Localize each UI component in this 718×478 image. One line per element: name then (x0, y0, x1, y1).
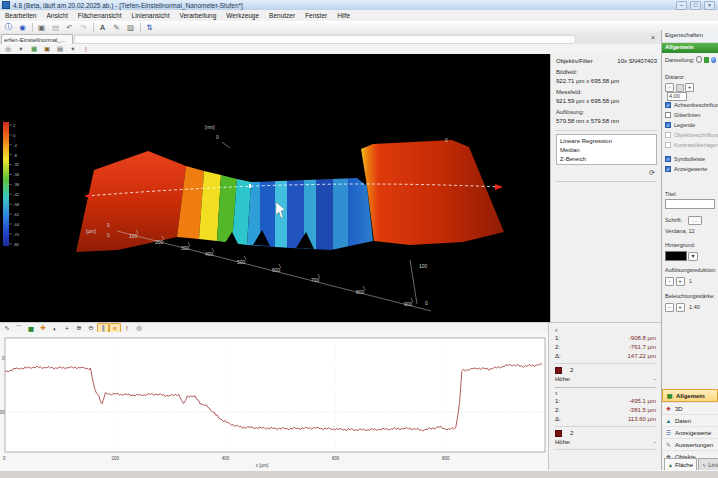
beleuchtung-minus-button[interactable]: - (665, 303, 674, 312)
refresh-button[interactable]: ⟳ (647, 168, 657, 177)
operations-listbox[interactable]: Lineare RegressionMedianZ-Bereich (556, 134, 657, 165)
view-tab-label: Linien (708, 462, 718, 468)
section-header-allgemein: Allgemein (662, 43, 718, 53)
aufloesung-minus-button[interactable]: - (665, 277, 674, 286)
minimize-button[interactable]: – (676, 1, 687, 10)
redo-icon[interactable]: ↷ (77, 21, 90, 33)
undo-icon[interactable]: ↶ (63, 21, 76, 33)
3d-icon: ❖ (665, 405, 672, 412)
hintergrund-label: Hintergrund: (665, 242, 716, 248)
daten-icon: ▲ (665, 418, 672, 424)
image-icon[interactable]: ▣ (41, 44, 53, 55)
checkbox-symbolleiste[interactable]: ✓ (665, 156, 671, 162)
menu-item-benutzer[interactable]: Benutzer (264, 12, 300, 19)
beleuchtung-plus-button[interactable]: + (676, 303, 685, 312)
cursor-group-header: x (555, 390, 656, 396)
menu-item-ansicht[interactable]: Ansicht (41, 12, 72, 19)
x-axis-title: x [µm] (256, 463, 268, 468)
surface-3d-view[interactable]: 20-4-8-32-36-38-42-58-62-64-70-80 100200… (0, 54, 550, 322)
text-icon[interactable]: A (96, 21, 109, 33)
render-mode-radio[interactable] (696, 56, 702, 63)
dropdown2-icon[interactable]: ▾ (67, 44, 79, 55)
close-button[interactable]: × (704, 1, 715, 10)
checkbox-achsenbeschriftung[interactable]: ✓ (665, 102, 671, 108)
bottom-tab-strip: ▲Fläche∿Linien (662, 458, 718, 470)
tab-close-button[interactable]: × (648, 33, 658, 43)
render-mode-solid-icon[interactable] (704, 57, 709, 63)
distanz-minus-button[interactable]: - (665, 83, 674, 92)
view-tab-linien[interactable]: ∿Linien (698, 458, 718, 470)
background-dropdown-button[interactable]: ▾ (688, 252, 698, 261)
category-button-auswertungen[interactable]: ✎Auswertungen (662, 438, 718, 450)
profile-chart[interactable]: 02004006008000-500 x [µm] (0, 332, 548, 470)
menu-item-flächenansicht[interactable]: Flächenansicht (73, 12, 127, 19)
aufloesung-plus-button[interactable]: + (676, 277, 685, 286)
darstellung-label: Darstellung: (665, 57, 694, 63)
maximize-button[interactable]: □ (690, 1, 701, 10)
menu-item-hilfe[interactable]: Hilfe (332, 12, 355, 19)
z-axis-zero-label: 0 (216, 134, 219, 140)
category-button-anzeigewerte[interactable]: ☰Anzeigewerte (662, 426, 718, 438)
sort-icon[interactable]: ⇅ (143, 21, 156, 33)
checkbox-kontrastüberlagerung[interactable] (665, 142, 671, 148)
render-mode-sphere-icon[interactable] (711, 57, 716, 63)
cut-line-handle[interactable] (249, 184, 251, 188)
checkbox-label: Kontrastüberlagerung (674, 142, 718, 148)
info-icon[interactable]: ⓘ (2, 21, 15, 33)
checkbox-row-symbolleiste: ✓Symbolleiste (665, 155, 705, 163)
dropdown-icon[interactable]: ▾ (15, 44, 27, 55)
checkbox-legende[interactable]: ✓ (665, 122, 671, 128)
operation-item[interactable]: Lineare Regression (557, 136, 656, 145)
profile-x-tick-label: 400 (222, 456, 230, 461)
globe-icon[interactable]: ◉ (16, 21, 29, 33)
distanz-plus-button[interactable]: + (685, 83, 694, 92)
background-color-swatch[interactable] (665, 251, 687, 261)
cursor-value-row: Δ:113.60 µm (555, 415, 656, 424)
paste-icon[interactable]: ▤ (49, 21, 62, 33)
menu-item-verarbeitung[interactable]: Verarbeitung (174, 12, 221, 19)
colormap-icon[interactable]: ▦ (28, 44, 40, 55)
scale-icon[interactable]: ▤ (54, 44, 66, 55)
legend-tick-label: -62 (13, 212, 20, 217)
checkbox-row-achsenbeschriftung: ✓Achsenbeschriftung (665, 101, 718, 109)
measurement-info-fields: Bildfeld:922.71 µm x 695.58 µmMessfeld:9… (556, 69, 657, 124)
report-icon[interactable]: ▥ (124, 21, 137, 33)
series-index: 2 (570, 429, 573, 438)
view-tab-fläche[interactable]: ▲Fläche (664, 458, 697, 470)
cursor-label: 1: (555, 334, 560, 343)
checkbox-gitterlinien[interactable] (665, 112, 671, 118)
cursor-label: 2: (555, 406, 560, 415)
height-row: Höhe:- (555, 375, 656, 384)
font-picker-button[interactable]: … (688, 216, 702, 225)
checkbox-anzeigewerte[interactable]: ✓ (665, 166, 671, 172)
category-button-label: Daten (675, 418, 691, 424)
copy-icon[interactable]: ▣ (35, 21, 48, 33)
zoom-tool-icon[interactable]: ◎ (2, 44, 14, 55)
category-buttons: ▦Allgemein❖3D▲Daten☰Anzeigewerte✎Auswert… (662, 389, 718, 462)
distanz-value[interactable]: 4.00 (667, 92, 687, 101)
category-button-label: Allgemein (676, 393, 705, 399)
menu-item-werkzeuge[interactable]: Werkzeuge (221, 12, 264, 19)
menu-item-linienansicht[interactable]: Linienansicht (127, 12, 175, 19)
annotate-icon[interactable]: ✎ (110, 21, 123, 33)
pin-icon[interactable]: ! (80, 44, 92, 55)
menu-item-bearbeiten[interactable]: Bearbeiten (0, 12, 41, 19)
operation-item[interactable]: Median (557, 145, 656, 154)
info-field-label: Bildfeld: (556, 69, 657, 75)
info-field-label: Messfeld: (556, 89, 657, 95)
checkbox-objektbeschriftung[interactable] (665, 132, 671, 138)
xy-axis-unit-label: [µm] (86, 228, 96, 234)
distanz-slider[interactable] (676, 84, 684, 92)
plot-area[interactable] (5, 338, 545, 452)
titel-input[interactable] (665, 199, 715, 209)
category-button-daten[interactable]: ▲Daten (662, 414, 718, 426)
menu-item-fenster[interactable]: Fenster (300, 12, 332, 19)
profile-x-tick-label: 800 (442, 456, 450, 461)
category-button-allgemein[interactable]: ▦Allgemein (662, 389, 718, 402)
category-button-3d[interactable]: ❖3D (662, 402, 718, 414)
height-value: - (654, 375, 656, 384)
operation-item[interactable]: Z-Bereich (557, 154, 656, 163)
checkbox-row-gitterlinien: Gitterlinien (665, 111, 700, 119)
toolbar-separator (140, 23, 141, 32)
x-axis-tick-label: 800 (356, 289, 365, 295)
